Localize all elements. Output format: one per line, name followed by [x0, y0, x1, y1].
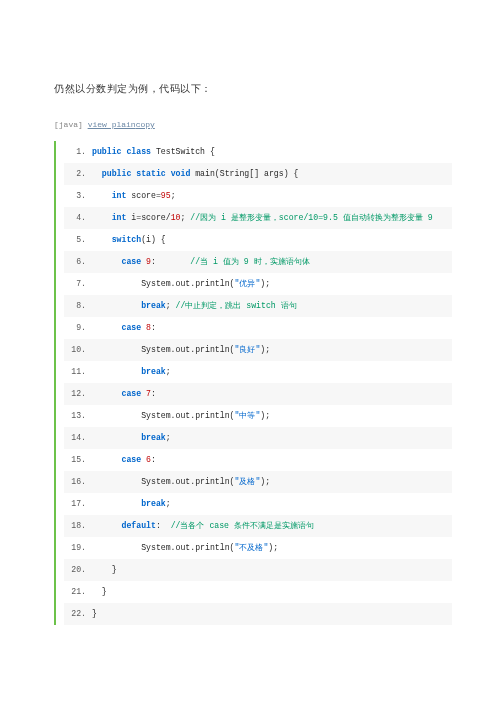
line-number: 20.: [64, 566, 92, 574]
view-plain-link[interactable]: view plain: [88, 120, 136, 129]
code-line: 1.public class TestSwitch {: [64, 141, 452, 163]
line-number: 15.: [64, 456, 92, 464]
line-code: break; //中止判定，跳出 switch 语句: [92, 302, 297, 310]
line-number: 6.: [64, 258, 92, 266]
code-block: 1.public class TestSwitch {2. public sta…: [54, 141, 452, 625]
code-line: 6. case 9: //当 i 值为 9 时，实施语句体: [64, 251, 452, 273]
line-code: int score=95;: [92, 192, 176, 200]
code-line: 20. }: [64, 559, 452, 581]
code-line: 11. break;: [64, 361, 452, 383]
line-number: 7.: [64, 280, 92, 288]
line-number: 17.: [64, 500, 92, 508]
code-line: 9. case 8:: [64, 317, 452, 339]
line-number: 11.: [64, 368, 92, 376]
line-code: public class TestSwitch {: [92, 148, 215, 156]
code-line: 5. switch(i) {: [64, 229, 452, 251]
line-number: 5.: [64, 236, 92, 244]
code-line: 12. case 7:: [64, 383, 452, 405]
line-code: default: //当各个 case 条件不满足是实施语句: [92, 522, 314, 530]
line-number: 14.: [64, 434, 92, 442]
intro-text: 仍然以分数判定为例，代码以下：: [54, 82, 452, 96]
copy-link[interactable]: copy: [136, 120, 155, 129]
line-code: }: [92, 610, 97, 618]
line-number: 8.: [64, 302, 92, 310]
code-line: 2. public static void main(String[] args…: [64, 163, 452, 185]
code-line: 14. break;: [64, 427, 452, 449]
code-line: 3. int score=95;: [64, 185, 452, 207]
code-line: 22.}: [64, 603, 452, 625]
line-code: break;: [92, 500, 171, 508]
line-number: 10.: [64, 346, 92, 354]
line-number: 2.: [64, 170, 92, 178]
line-code: public static void main(String[] args) {: [92, 170, 298, 178]
line-code: }: [92, 566, 117, 574]
code-line: 10. System.out.println("良好");: [64, 339, 452, 361]
code-meta: [java] view plaincopy: [54, 120, 452, 129]
line-code: System.out.println("及格");: [92, 478, 270, 486]
code-line: 17. break;: [64, 493, 452, 515]
line-number: 21.: [64, 588, 92, 596]
line-code: case 6:: [92, 456, 156, 464]
lang-tag: [java]: [54, 120, 83, 129]
line-number: 1.: [64, 148, 92, 156]
line-code: case 9: //当 i 值为 9 时，实施语句体: [92, 258, 310, 266]
code-line: 8. break; //中止判定，跳出 switch 语句: [64, 295, 452, 317]
line-number: 16.: [64, 478, 92, 486]
line-number: 9.: [64, 324, 92, 332]
line-code: System.out.println("良好");: [92, 346, 270, 354]
line-code: System.out.println("不及格");: [92, 544, 278, 552]
line-code: case 7:: [92, 390, 156, 398]
line-code: break;: [92, 368, 171, 376]
code-line: 19. System.out.println("不及格");: [64, 537, 452, 559]
code-line: 13. System.out.println("中等");: [64, 405, 452, 427]
line-number: 4.: [64, 214, 92, 222]
code-line: 4. int i=score/10; //因为 i 是整形变量，score/10…: [64, 207, 452, 229]
code-line: 16. System.out.println("及格");: [64, 471, 452, 493]
line-number: 13.: [64, 412, 92, 420]
line-number: 3.: [64, 192, 92, 200]
line-number: 19.: [64, 544, 92, 552]
line-number: 18.: [64, 522, 92, 530]
code-line: 18. default: //当各个 case 条件不满足是实施语句: [64, 515, 452, 537]
line-number: 22.: [64, 610, 92, 618]
line-number: 12.: [64, 390, 92, 398]
code-line: 21. }: [64, 581, 452, 603]
line-code: int i=score/10; //因为 i 是整形变量，score/10=9.…: [92, 214, 433, 222]
line-code: System.out.println("优异");: [92, 280, 270, 288]
line-code: }: [92, 588, 107, 596]
line-code: break;: [92, 434, 171, 442]
code-line: 7. System.out.println("优异");: [64, 273, 452, 295]
line-code: switch(i) {: [92, 236, 166, 244]
line-code: case 8:: [92, 324, 156, 332]
code-line: 15. case 6:: [64, 449, 452, 471]
line-code: System.out.println("中等");: [92, 412, 270, 420]
